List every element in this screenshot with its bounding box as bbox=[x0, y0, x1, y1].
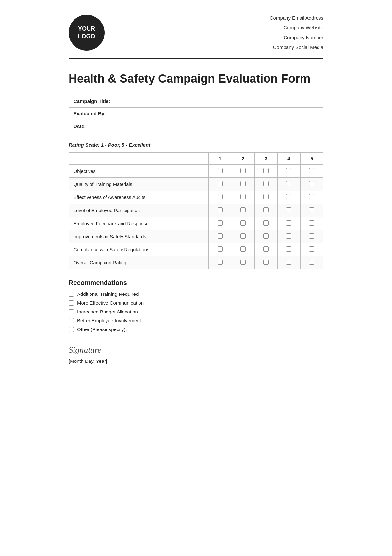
checkbox-icon[interactable] bbox=[69, 292, 74, 297]
rating-checkbox-cell[interactable] bbox=[300, 217, 323, 230]
checkbox-icon[interactable] bbox=[240, 260, 246, 265]
checkbox-icon[interactable] bbox=[218, 194, 223, 199]
rating-checkbox-cell[interactable] bbox=[209, 165, 232, 178]
rating-row-label: Effectiveness of Awareness Audits bbox=[69, 191, 209, 204]
rating-checkbox-cell[interactable] bbox=[254, 191, 277, 204]
checkbox-icon[interactable] bbox=[218, 168, 223, 173]
checkbox-icon[interactable] bbox=[309, 181, 314, 186]
rating-checkbox-cell[interactable] bbox=[254, 165, 277, 178]
recommendation-label: More Effective Communication bbox=[77, 300, 144, 306]
logo-line1: YOUR bbox=[78, 25, 95, 33]
checkbox-icon[interactable] bbox=[263, 207, 269, 212]
checkbox-icon[interactable] bbox=[263, 220, 269, 226]
checkbox-icon[interactable] bbox=[69, 309, 74, 314]
rating-checkbox-cell[interactable] bbox=[254, 178, 277, 191]
rating-checkbox-cell[interactable] bbox=[232, 217, 254, 230]
checkbox-icon[interactable] bbox=[240, 246, 246, 252]
company-website: Company Website bbox=[270, 23, 323, 33]
campaign-title-value[interactable] bbox=[121, 95, 323, 108]
checkbox-icon[interactable] bbox=[309, 233, 314, 239]
checkbox-icon[interactable] bbox=[240, 181, 246, 186]
rating-checkbox-cell[interactable] bbox=[300, 243, 323, 256]
list-item: Additional Training Required bbox=[69, 291, 323, 297]
rating-checkbox-cell[interactable] bbox=[300, 165, 323, 178]
rating-checkbox-cell[interactable] bbox=[277, 243, 300, 256]
rating-header-row: 1 2 3 4 5 bbox=[69, 153, 323, 165]
checkbox-icon[interactable] bbox=[263, 260, 269, 265]
checkbox-icon[interactable] bbox=[286, 233, 291, 239]
rating-checkbox-cell[interactable] bbox=[232, 256, 254, 269]
rating-checkbox-cell[interactable] bbox=[232, 178, 254, 191]
rating-checkbox-cell[interactable] bbox=[300, 191, 323, 204]
checkbox-icon[interactable] bbox=[309, 220, 314, 226]
checkbox-icon[interactable] bbox=[263, 246, 269, 252]
checkbox-icon[interactable] bbox=[218, 246, 223, 252]
checkbox-icon[interactable] bbox=[309, 194, 314, 199]
rating-checkbox-cell[interactable] bbox=[277, 165, 300, 178]
rating-checkbox-cell[interactable] bbox=[232, 191, 254, 204]
rating-checkbox-cell[interactable] bbox=[300, 204, 323, 217]
rating-checkbox-cell[interactable] bbox=[277, 191, 300, 204]
rating-row: Effectiveness of Awareness Audits bbox=[69, 191, 323, 204]
rating-checkbox-cell[interactable] bbox=[232, 204, 254, 217]
rating-checkbox-cell[interactable] bbox=[209, 243, 232, 256]
rating-checkbox-cell[interactable] bbox=[300, 256, 323, 269]
date-value[interactable] bbox=[121, 120, 323, 132]
checkbox-icon[interactable] bbox=[240, 168, 246, 173]
checkbox-icon[interactable] bbox=[309, 246, 314, 252]
rating-col-5: 5 bbox=[300, 153, 323, 165]
checkbox-icon[interactable] bbox=[286, 260, 291, 265]
evaluated-by-value[interactable] bbox=[121, 108, 323, 120]
checkbox-icon[interactable] bbox=[69, 318, 74, 323]
checkbox-icon[interactable] bbox=[309, 168, 314, 173]
checkbox-icon[interactable] bbox=[263, 233, 269, 239]
logo-line2: LOGO bbox=[78, 33, 95, 40]
rating-checkbox-cell[interactable] bbox=[232, 230, 254, 243]
rating-checkbox-cell[interactable] bbox=[209, 178, 232, 191]
checkbox-icon[interactable] bbox=[69, 300, 74, 306]
rating-checkbox-cell[interactable] bbox=[254, 217, 277, 230]
rating-checkbox-cell[interactable] bbox=[254, 243, 277, 256]
rating-checkbox-cell[interactable] bbox=[300, 178, 323, 191]
rating-checkbox-cell[interactable] bbox=[277, 204, 300, 217]
checkbox-icon[interactable] bbox=[218, 181, 223, 186]
rating-checkbox-cell[interactable] bbox=[209, 256, 232, 269]
checkbox-icon[interactable] bbox=[263, 168, 269, 173]
checkbox-icon[interactable] bbox=[309, 260, 314, 265]
rating-checkbox-cell[interactable] bbox=[277, 217, 300, 230]
rating-checkbox-cell[interactable] bbox=[232, 165, 254, 178]
checkbox-icon[interactable] bbox=[286, 207, 291, 212]
checkbox-icon[interactable] bbox=[240, 220, 246, 226]
checkbox-icon[interactable] bbox=[286, 246, 291, 252]
checkbox-icon[interactable] bbox=[218, 260, 223, 265]
rating-checkbox-cell[interactable] bbox=[209, 230, 232, 243]
rating-checkbox-cell[interactable] bbox=[277, 178, 300, 191]
rating-checkbox-cell[interactable] bbox=[209, 191, 232, 204]
checkbox-icon[interactable] bbox=[286, 220, 291, 226]
checkbox-icon[interactable] bbox=[240, 207, 246, 212]
checkbox-icon[interactable] bbox=[263, 194, 269, 199]
checkbox-icon[interactable] bbox=[286, 194, 291, 199]
rating-row-label: Compliance with Safety Regulations bbox=[69, 243, 209, 256]
rating-checkbox-cell[interactable] bbox=[300, 230, 323, 243]
rating-checkbox-cell[interactable] bbox=[254, 230, 277, 243]
company-logo: YOUR LOGO bbox=[69, 15, 105, 51]
rating-checkbox-cell[interactable] bbox=[254, 256, 277, 269]
checkbox-icon[interactable] bbox=[218, 220, 223, 226]
checkbox-icon[interactable] bbox=[263, 181, 269, 186]
company-email: Company Email Address bbox=[270, 13, 323, 23]
checkbox-icon[interactable] bbox=[240, 233, 246, 239]
checkbox-icon[interactable] bbox=[218, 207, 223, 212]
checkbox-icon[interactable] bbox=[286, 168, 291, 173]
checkbox-icon[interactable] bbox=[69, 327, 74, 332]
checkbox-icon[interactable] bbox=[240, 194, 246, 199]
rating-checkbox-cell[interactable] bbox=[277, 256, 300, 269]
rating-checkbox-cell[interactable] bbox=[254, 204, 277, 217]
rating-checkbox-cell[interactable] bbox=[209, 217, 232, 230]
checkbox-icon[interactable] bbox=[309, 207, 314, 212]
rating-checkbox-cell[interactable] bbox=[277, 230, 300, 243]
checkbox-icon[interactable] bbox=[286, 181, 291, 186]
rating-checkbox-cell[interactable] bbox=[209, 204, 232, 217]
checkbox-icon[interactable] bbox=[218, 233, 223, 239]
rating-checkbox-cell[interactable] bbox=[232, 243, 254, 256]
